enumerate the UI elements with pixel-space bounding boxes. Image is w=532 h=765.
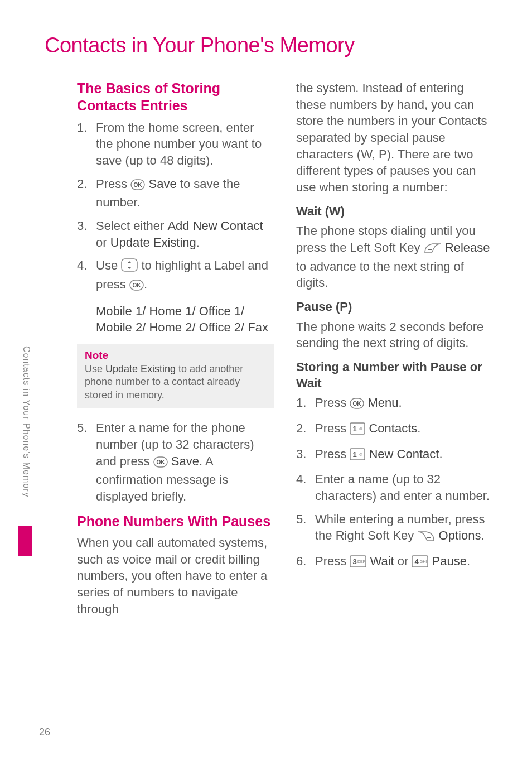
- left-soft-key-icon: [424, 242, 442, 258]
- text: .: [196, 235, 200, 249]
- heading-basics: The Basics of Storing Contacts Entries: [77, 80, 274, 115]
- pauses-cont: the system. Instead of entering these nu…: [296, 80, 493, 196]
- note-title: Note: [85, 349, 266, 362]
- keypad-1-icon: 1@: [350, 448, 365, 465]
- footer-rule: [39, 720, 84, 720]
- right-soft-key-icon: [417, 530, 435, 546]
- sidebar-accent-bar: [18, 526, 32, 556]
- right-column: the system. Instead of entering these nu…: [296, 80, 493, 625]
- list-item: Press OK Save to save the number.: [77, 176, 274, 211]
- text-bold: Release: [445, 240, 490, 254]
- text-bold: Pause: [432, 554, 467, 568]
- list-item: Press 3DEF Wait or 4GHI Pause.: [296, 553, 493, 572]
- heading-wait: Wait (W): [296, 204, 493, 220]
- svg-text:DEF: DEF: [357, 560, 365, 564]
- storing-steps: Press OK Menu. Press 1@ Contacts. Press: [296, 394, 493, 572]
- list-item: Press OK Menu.: [296, 394, 493, 413]
- list-item: Press 1@ Contacts.: [296, 420, 493, 439]
- ok-key-icon: OK: [130, 178, 145, 195]
- text: Press: [96, 177, 130, 191]
- wait-body: The phone stops dialing until you press …: [296, 223, 493, 291]
- text: .: [144, 277, 147, 291]
- text: Press: [315, 421, 350, 435]
- svg-text:1: 1: [353, 425, 357, 433]
- text: Use: [96, 258, 121, 272]
- nav-key-icon: [121, 258, 138, 276]
- text: to advance to the next string of digits.: [296, 259, 464, 290]
- svg-text:OK: OK: [134, 182, 143, 188]
- svg-text:4: 4: [415, 557, 419, 566]
- note-body: Use Update Existing to add another phone…: [85, 363, 266, 402]
- text-bold: Wait: [370, 554, 394, 568]
- ok-key-icon: OK: [129, 278, 144, 295]
- keypad-1-icon: 1@: [350, 422, 365, 439]
- list-item: While entering a number, press the Right…: [296, 511, 493, 546]
- text-bold: Contacts: [369, 421, 417, 435]
- text: .: [481, 528, 484, 542]
- text: Press: [315, 554, 350, 568]
- text: Press: [315, 447, 350, 461]
- svg-text:1: 1: [353, 450, 357, 459]
- text: or: [394, 554, 412, 568]
- text: .: [439, 447, 442, 461]
- svg-text:@: @: [359, 427, 362, 430]
- text: Press: [315, 396, 350, 410]
- text-bold: Add New Contact: [167, 219, 263, 233]
- text: .: [399, 396, 402, 410]
- svg-text:OK: OK: [156, 459, 165, 465]
- keypad-3-icon: 3DEF: [350, 555, 366, 572]
- page-number: 26: [39, 726, 50, 738]
- list-item: Enter a name (up to 32 characters) and e…: [296, 471, 493, 504]
- heading-storing: Storing a Number with Pause or Wait: [296, 359, 493, 391]
- svg-text:@: @: [359, 453, 362, 456]
- svg-text:3: 3: [353, 557, 357, 566]
- basics-steps-cont: Enter a name for the phone number (up to…: [77, 420, 274, 504]
- svg-rect-2: [122, 259, 137, 271]
- text: .: [417, 421, 420, 435]
- text: Use: [85, 363, 105, 374]
- left-column: The Basics of Storing Contacts Entries F…: [77, 80, 274, 625]
- list-item: From the home screen, enter the phone nu…: [77, 119, 274, 169]
- text-bold: Save: [171, 454, 199, 468]
- list-item: Use to highlight a Label and press OK .: [77, 257, 274, 295]
- list-item: Select either Add New Contact or Update …: [77, 218, 274, 251]
- labels-list: Mobile 1/ Home 1/ Office 1/ Mobile 2/ Ho…: [96, 303, 274, 336]
- text: or: [96, 235, 110, 249]
- svg-text:OK: OK: [132, 282, 141, 288]
- basics-steps: From the home screen, enter the phone nu…: [77, 119, 274, 295]
- note-box: Note Use Update Existing to add another …: [77, 344, 274, 408]
- keypad-4-icon: 4GHI: [412, 555, 428, 572]
- pause-body: The phone waits 2 seconds before sending…: [296, 319, 493, 352]
- text: Select either: [96, 219, 167, 233]
- list-item: Press 1@ New Contact.: [296, 446, 493, 465]
- text: .: [467, 554, 470, 568]
- ok-key-icon: OK: [350, 397, 364, 413]
- text-bold: New Contact: [369, 447, 439, 461]
- ok-key-icon: OK: [153, 455, 168, 472]
- heading-pause: Pause (P): [296, 299, 493, 315]
- text-bold: Save: [148, 177, 176, 191]
- sidebar-tab: Contacts in Your Phone's Memory: [21, 346, 35, 541]
- page-title: Contacts in Your Phone's Memory: [45, 33, 493, 57]
- text-bold: Update Existing: [105, 363, 176, 374]
- svg-text:OK: OK: [353, 401, 362, 407]
- svg-text:GHI: GHI: [420, 560, 427, 564]
- sidebar-label: Contacts in Your Phone's Memory: [21, 346, 31, 498]
- heading-pauses: Phone Numbers With Pauses: [77, 513, 274, 530]
- text-bold: Options: [439, 528, 481, 542]
- text-bold: Update Existing: [110, 235, 196, 249]
- list-item: Enter a name for the phone number (up to…: [77, 420, 274, 504]
- text-bold: Menu: [367, 396, 398, 410]
- pauses-intro: When you call automated systems, such as…: [77, 535, 274, 617]
